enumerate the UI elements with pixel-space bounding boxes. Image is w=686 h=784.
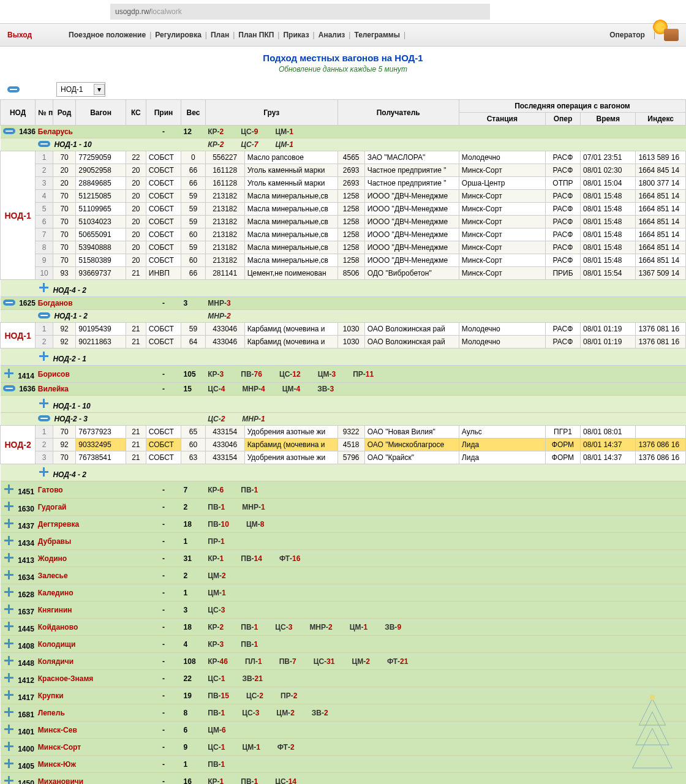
expand-icon[interactable]: [3, 655, 14, 666]
subgroup-row[interactable]: НОД-4 - 2: [1, 280, 686, 297]
group-row[interactable]: 1401Минск-Сев-6ЦМ-6: [1, 722, 686, 739]
menu-6[interactable]: Телеграммы: [354, 31, 400, 39]
group-row[interactable]: 1634Залесье-2ЦМ-2: [1, 567, 686, 584]
collapse-icon[interactable]: [3, 128, 15, 134]
expand-icon[interactable]: [38, 350, 49, 361]
expand-icon[interactable]: [3, 620, 14, 631]
group-row[interactable]: 1450Михановичи-16КР-1ПВ-1ЦС-14: [1, 773, 686, 785]
expand-icon[interactable]: [3, 552, 14, 563]
group-row[interactable]: 1412Красное-Знамя-22ЦС-1ЗВ-21: [1, 670, 686, 687]
table-row[interactable]: 9705158038920СОБСТ60213182Масла минераль…: [1, 254, 686, 267]
group-row[interactable]: 1637Княгинин-3ЦС-3: [1, 601, 686, 619]
th-oper[interactable]: Опер: [545, 113, 580, 126]
group-row[interactable]: 1414Борисов-105КР-3ПВ-76ЦС-12ЦМ-3ПР-11: [1, 366, 686, 383]
table-row[interactable]: НОД-11707725905922СОБСТ0556227Масло рапс…: [1, 151, 686, 164]
expand-icon[interactable]: [3, 672, 14, 683]
collapse-icon[interactable]: [38, 415, 50, 421]
th-idx[interactable]: Индекс: [636, 113, 686, 126]
table-row[interactable]: НОД-21707673792321СОБСТ65433154Удобрения…: [1, 426, 686, 439]
group-row[interactable]: 1408Колодищи-4КР-3ПВ-1: [1, 636, 686, 653]
subgroup-row[interactable]: НОД-2 - 3ЦС-2МНР-1: [1, 413, 686, 426]
collapse-icon[interactable]: [3, 300, 15, 306]
collapse-icon[interactable]: [3, 385, 15, 391]
expand-icon[interactable]: [3, 706, 14, 717]
group-row[interactable]: 1448Колядичи-108КР-46ПЛ-1ПВ-7ЦС-31ЦМ-2ФТ…: [1, 653, 686, 670]
th-ks[interactable]: КС: [126, 100, 146, 126]
expand-icon[interactable]: [3, 723, 14, 734]
th-np[interactable]: № пп: [36, 100, 53, 126]
group-row[interactable]: 1628Каледино-1ЦМ-1: [1, 584, 686, 601]
menu-0[interactable]: Поездное положение: [69, 31, 146, 39]
th-rod[interactable]: Род: [53, 100, 75, 126]
th-time[interactable]: Время: [581, 113, 636, 126]
menu-5[interactable]: Анализ: [318, 31, 345, 39]
expand-icon[interactable]: [3, 518, 14, 529]
collapse-icon[interactable]: [38, 141, 50, 147]
table-row[interactable]: 3707673854121СОБСТ63433154Удобрения азот…: [1, 451, 686, 464]
table-row[interactable]: НОД-11929019543921СОБСТ59433046Карбамид …: [1, 323, 686, 336]
menu-1[interactable]: Регулировка: [155, 31, 202, 39]
collapse-icon[interactable]: [38, 312, 50, 318]
expand-icon[interactable]: [3, 368, 14, 379]
menu-2[interactable]: План: [211, 31, 229, 39]
expand-icon[interactable]: [38, 398, 49, 409]
subgroup-row[interactable]: НОД-1 - 10КР-2ЦС-7ЦМ-1: [1, 138, 686, 151]
group-row[interactable]: 1445Койданово-18КР-2ПВ-1ЦС-3МНР-2ЦМ-1ЗВ-…: [1, 619, 686, 636]
nod-selector[interactable]: НОД-1▾: [56, 82, 105, 97]
table-row[interactable]: 2202905295820СОБСТ66161128Уголь каменный…: [1, 164, 686, 177]
subgroup-row[interactable]: НОД-2 - 1: [1, 349, 686, 366]
table-row[interactable]: 3202884968520СОБСТ66161128Уголь каменный…: [1, 177, 686, 190]
expand-icon[interactable]: [3, 500, 14, 511]
subgroup-row[interactable]: НОД-1 - 2МНР-2: [1, 310, 686, 323]
group-row[interactable]: 1436Беларусь-12КР-2ЦС-9ЦМ-1: [1, 126, 686, 138]
expand-icon[interactable]: [3, 535, 14, 546]
group-row[interactable]: 1437Дегтяревка-18ПВ-10ЦМ-8: [1, 516, 686, 533]
collapse-all-icon[interactable]: [7, 86, 20, 92]
expand-icon[interactable]: [3, 689, 14, 700]
group-row[interactable]: 1434Дубравы-1ПР-1: [1, 533, 686, 550]
exit-link[interactable]: Выход: [7, 31, 32, 39]
group-row[interactable]: 1451Гатово-7КР-6ПВ-1: [1, 481, 686, 499]
expand-icon[interactable]: [3, 603, 14, 614]
group-row[interactable]: 1400Минск-Сорт-9ЦС-1ЦМ-1ФТ-2: [1, 739, 686, 756]
th-poluch[interactable]: Получатель: [337, 100, 459, 126]
expand-icon[interactable]: [3, 741, 14, 752]
expand-icon[interactable]: [3, 586, 14, 597]
table-row[interactable]: 2929033249521СОБСТ60433046Карбамид (моче…: [1, 439, 686, 451]
expand-icon[interactable]: [3, 483, 14, 494]
table-row[interactable]: 4705121508520СОБСТ59213182Масла минераль…: [1, 190, 686, 203]
url-bar[interactable]: usogdp.rw/localwork: [110, 4, 490, 20]
group-row[interactable]: 1413Жодино-31КР-1ПВ-14ФТ-16: [1, 550, 686, 567]
group-row[interactable]: 1405Минск-Юж-1ПВ-1: [1, 756, 686, 773]
table-row[interactable]: 7705065509120СОБСТ60213182Масла минераль…: [1, 228, 686, 241]
group-row[interactable]: 1636Вилейка-15ЦС-4МНР-4ЦМ-4ЗВ-3: [1, 383, 686, 396]
expand-icon[interactable]: [3, 638, 14, 649]
expand-icon[interactable]: [38, 282, 49, 293]
th-gruz[interactable]: Груз: [205, 100, 337, 126]
table-row[interactable]: 6705103402320СОБСТ59213182Масла минераль…: [1, 216, 686, 228]
table-row[interactable]: 5705110996520СОБСТ59213182Масла минераль…: [1, 203, 686, 216]
group-row[interactable]: 1417Крупки-19ПВ-15ЦС-2ПР-2: [1, 687, 686, 704]
operator-label[interactable]: Оператор: [609, 31, 645, 39]
expand-icon[interactable]: [38, 466, 49, 477]
th-stan[interactable]: Станция: [459, 113, 545, 126]
users-icon[interactable]: [664, 29, 679, 41]
th-nod[interactable]: НОД: [1, 100, 36, 126]
th-vagon[interactable]: Вагон: [76, 100, 126, 126]
th-ves[interactable]: Вес: [181, 100, 206, 126]
menu-3[interactable]: План ПКП: [238, 31, 274, 39]
table-row[interactable]: 10939366973721ИНВП66281141Цемент,не поим…: [1, 267, 686, 280]
table-row[interactable]: 8705394088820СОБСТ59213182Масла минераль…: [1, 241, 686, 254]
expand-icon[interactable]: [3, 775, 14, 784]
chevron-down-icon[interactable]: ▾: [94, 84, 105, 95]
group-row[interactable]: 1625Богданов-3МНР-3: [1, 297, 686, 310]
expand-icon[interactable]: [3, 569, 14, 580]
subgroup-row[interactable]: НОД-4 - 2: [1, 464, 686, 481]
expand-icon[interactable]: [3, 758, 14, 769]
group-row[interactable]: 1681Лепель-8ПВ-1ЦС-3ЦМ-2ЗВ-2: [1, 704, 686, 722]
subgroup-row[interactable]: НОД-1 - 10: [1, 396, 686, 413]
table-row[interactable]: 2929021186321СОБСТ64433046Карбамид (моче…: [1, 336, 686, 349]
th-prin[interactable]: Прин: [146, 100, 181, 126]
menu-4[interactable]: Приказ: [283, 31, 309, 39]
group-row[interactable]: 1630Гудогай-2ПВ-1МНР-1: [1, 499, 686, 516]
